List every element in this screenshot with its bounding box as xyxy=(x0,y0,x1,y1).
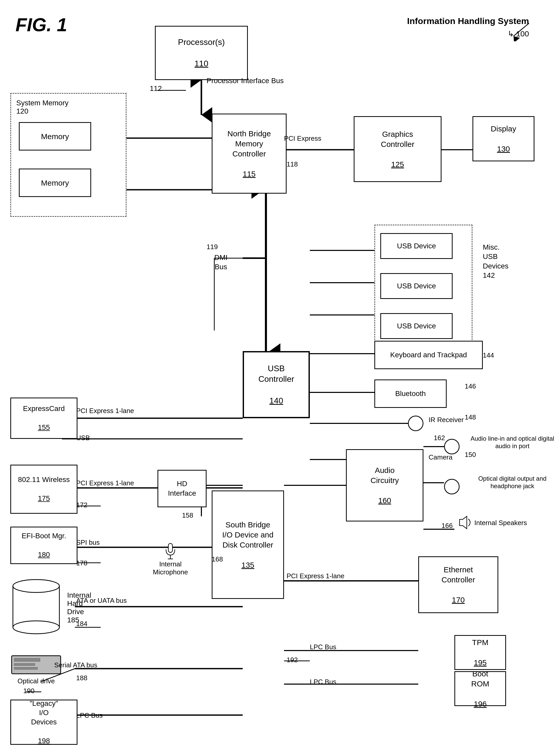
keyboard-trackpad-box: Keyboard and Trackpad xyxy=(374,341,483,369)
usb-device3-box: USB Device xyxy=(380,313,453,339)
lpc-bus-legacy: LPC Bus xyxy=(76,711,103,720)
ethernet-box: EthernetController 170 xyxy=(418,556,498,613)
number-188: 188 xyxy=(76,674,87,683)
number-119: 119 xyxy=(206,243,218,251)
memory2-box: Memory xyxy=(19,168,91,197)
svg-point-48 xyxy=(13,580,59,592)
svg-rect-55 xyxy=(14,667,37,669)
fig-title: FIG. 1 xyxy=(16,14,67,35)
svg-marker-59 xyxy=(460,516,467,529)
expresscard-box: ExpressCard 155 xyxy=(10,398,77,439)
display-box: Display 130 xyxy=(473,116,535,161)
usb-device1-box: USB Device xyxy=(380,233,453,259)
svg-rect-53 xyxy=(14,658,40,662)
hd-interface-box: HDInterface xyxy=(158,470,206,507)
number-158: 158 xyxy=(182,511,193,520)
optical-digital-out-label: Optical digital output and headphone jac… xyxy=(465,475,560,490)
number-166: 166 xyxy=(441,522,453,530)
number-150: 150 xyxy=(465,450,476,459)
internal-microphone-label: Internal Microphone xyxy=(150,542,191,576)
number-178: 178 xyxy=(76,559,87,568)
usb-device2-box: USB Device xyxy=(380,273,453,299)
south-bridge-box: South BridgeI/O Device andDisk Controlle… xyxy=(212,490,284,599)
svg-rect-56 xyxy=(168,543,173,552)
ir-receiver-icon xyxy=(408,415,423,431)
processor-box: Processor(s) 110 xyxy=(155,26,248,80)
number-184: 184 xyxy=(76,619,87,628)
number-112: 112 xyxy=(150,84,162,93)
misc-usb-box: USB Device USB Device USB Device xyxy=(374,225,473,356)
wireless-box: 802.11 Wireless 175 xyxy=(10,465,77,514)
diagram: FIG. 1 Information Handling System ↳ 100 xyxy=(0,0,560,752)
pci-express-1lane-expresscard: PCI Express 1-lane xyxy=(76,407,134,415)
internal-speakers-container: Internal Speakers xyxy=(457,514,527,532)
lpc-bus-tpm: LPC Bus xyxy=(310,643,336,652)
audio-line-in-icon xyxy=(444,439,460,454)
number-144: 144 xyxy=(483,351,494,360)
spi-bus-label: SPI bus xyxy=(76,538,100,547)
legacy-io-box: "Legacy"I/ODevices 198 xyxy=(10,699,77,745)
graphics-controller-box: GraphicsController 125 xyxy=(354,116,441,182)
lpc-bus-boot-rom: LPC Bus xyxy=(310,678,336,687)
north-bridge-box: North BridgeMemoryController 115 xyxy=(212,114,286,194)
number-148: 148 xyxy=(465,413,476,422)
camera-label: Camera xyxy=(428,453,452,462)
processor-interface-bus-label: Processor Interface Bus xyxy=(206,76,284,85)
ata-bus-label: ATA or UATA bus xyxy=(76,596,127,605)
dmi-bus-label: DMIBus xyxy=(214,253,227,272)
number-146: 146 xyxy=(465,382,476,391)
svg-rect-54 xyxy=(14,664,35,666)
misc-usb-label: Misc.USBDevices142 xyxy=(483,243,508,280)
system-callout-arrow xyxy=(503,21,534,41)
efi-boot-box: EFI-Boot Mgr. 180 xyxy=(10,527,77,564)
bluetooth-box: Bluetooth xyxy=(374,380,447,408)
svg-point-49 xyxy=(13,621,59,634)
pci-express-ethernet-label: PCI Express 1-lane xyxy=(286,572,344,581)
audio-circuitry-box: AudioCircuitry 160 xyxy=(346,449,423,522)
number-168: 168 xyxy=(212,555,223,564)
number-192: 192 xyxy=(286,656,298,665)
number-118: 118 xyxy=(286,160,298,169)
audio-line-in-label: Audio line-in and optical digital audio … xyxy=(465,435,560,450)
pci-express-1lane-wireless: PCI Express 1-lane xyxy=(76,479,134,488)
pci-express-label: PCI Express xyxy=(284,134,321,143)
number-190: 190 xyxy=(23,687,34,695)
usb-label-expresscard: USB xyxy=(76,434,90,443)
number-162: 162 xyxy=(434,434,445,443)
memory1-box: Memory xyxy=(19,122,91,150)
number-172: 172 xyxy=(76,501,87,510)
tpm-box: TPM 195 xyxy=(454,635,506,670)
serial-ata-label: Serial ATA bus xyxy=(54,661,97,670)
boot-rom-box: BootROM 196 xyxy=(454,671,506,706)
svg-line-60 xyxy=(514,23,529,36)
system-memory-box: System Memory 120 Memory Memory xyxy=(10,93,126,217)
usb-controller-box: USBController 140 xyxy=(243,351,310,418)
ir-receiver-label: IR Receiver xyxy=(428,415,464,424)
optical-digital-out-icon xyxy=(444,479,460,494)
